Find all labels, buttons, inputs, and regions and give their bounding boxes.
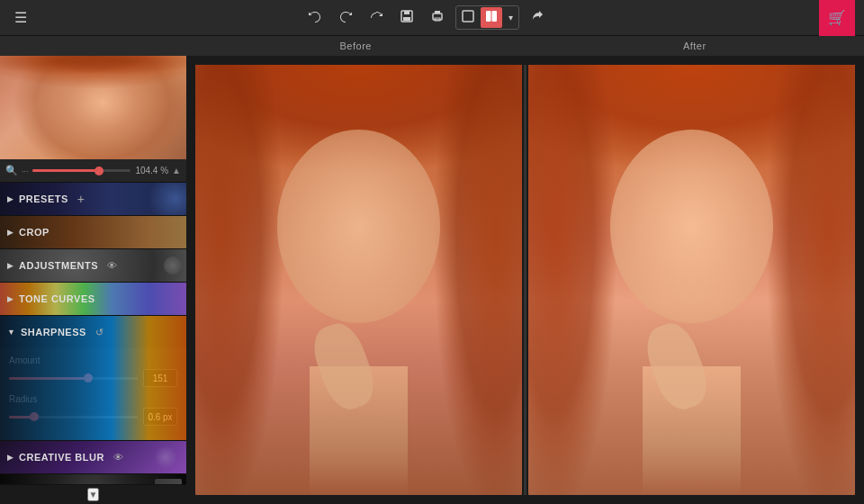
view-chevron-button[interactable]: ▾ — [504, 10, 518, 25]
adjustments-eye-icon: 👁 — [107, 260, 117, 271]
section-presets: ▶ PRESETS + — [0, 183, 186, 216]
main-content: 🔍 ··· 104.4 % ▲ ▶ PRESETS + — [0, 56, 864, 504]
zoom-collapse-button[interactable]: ▲ — [172, 166, 181, 176]
sharpness-header[interactable]: ▼ SHARPNESS ↺ — [0, 316, 186, 348]
panel-collapse-button[interactable]: ▼ — [87, 488, 100, 501]
creative-blur-eye-icon: 👁 — [113, 452, 123, 463]
crop-header[interactable]: ▶ CROP — [0, 216, 186, 248]
zoom-slider-thumb — [94, 166, 104, 176]
presets-header[interactable]: ▶ PRESETS + — [0, 183, 186, 215]
left-panel: 🔍 ··· 104.4 % ▲ ▶ PRESETS + — [0, 56, 186, 504]
undo-button[interactable] — [302, 5, 328, 31]
svg-rect-2 — [403, 17, 410, 21]
right-content — [186, 56, 864, 504]
tone-curves-header[interactable]: ▶ TONE CURVES — [0, 283, 186, 315]
section-vignetting: ▶ VIGNETTING 👁 — [0, 474, 186, 484]
preview-area — [0, 56, 186, 159]
panel-sections: ▶ PRESETS + ▶ CROP — [0, 183, 186, 484]
section-tone-curves: ▶ TONE CURVES — [0, 283, 186, 316]
before-portrait — [195, 65, 522, 495]
section-adjustments: ▶ ADJUSTMENTS 👁 — [0, 249, 186, 283]
share-button[interactable] — [525, 5, 550, 31]
cart-button[interactable]: 🛒 — [819, 0, 855, 36]
menu-button[interactable]: ☰ — [9, 5, 32, 30]
zoom-value: 104.4 % — [134, 166, 168, 176]
sharpness-chevron: ▼ — [7, 328, 15, 337]
after-image-panel — [528, 65, 855, 495]
svg-rect-7 — [486, 11, 491, 22]
toolbar-right: 🛒 — [819, 0, 855, 36]
adjustments-label: ADJUSTMENTS — [19, 260, 98, 271]
svg-rect-1 — [404, 11, 410, 14]
adjustments-header[interactable]: ▶ ADJUSTMENTS 👁 — [0, 249, 186, 282]
toolbar-left: ☰ — [9, 5, 32, 30]
svg-rect-6 — [463, 11, 473, 22]
zoom-dots-icon: ··· — [22, 166, 29, 176]
top-toolbar: ☰ ▾ 🛒 — [0, 0, 864, 36]
crop-label: CROP — [19, 227, 50, 238]
view-single-button[interactable] — [457, 7, 479, 28]
sharpness-reset-icon[interactable]: ↺ — [95, 327, 104, 338]
forward-button[interactable] — [364, 5, 389, 31]
after-portrait — [528, 65, 855, 495]
section-crop: ▶ CROP — [0, 216, 186, 249]
before-label: Before — [186, 36, 526, 56]
adjustments-chevron: ▶ — [7, 261, 14, 270]
zoom-slider[interactable] — [32, 169, 131, 172]
creative-blur-chevron: ▶ — [7, 453, 14, 462]
vignetting-header[interactable]: ▶ VIGNETTING 👁 — [0, 474, 186, 484]
zoom-out-icon: 🔍 — [5, 165, 18, 176]
svg-rect-8 — [491, 11, 497, 22]
zoom-slider-fill — [32, 169, 96, 172]
view-split-button[interactable] — [481, 7, 502, 28]
zoom-bar: 🔍 ··· 104.4 % ▲ — [0, 159, 186, 183]
tone-curves-label: TONE CURVES — [19, 293, 95, 304]
crop-chevron: ▶ — [7, 228, 14, 237]
panel-divider[interactable] — [524, 65, 526, 495]
before-after-bar: Before After — [0, 36, 864, 56]
tone-curves-chevron: ▶ — [7, 294, 14, 303]
redo-button[interactable] — [333, 5, 358, 31]
section-creative-blur: ▶ CREATIVE BLUR 👁 — [0, 441, 186, 474]
presets-chevron: ▶ — [7, 194, 14, 203]
ba-label-area: Before After — [186, 36, 864, 56]
creative-blur-header[interactable]: ▶ CREATIVE BLUR 👁 — [0, 441, 186, 473]
presets-add-icon: + — [77, 192, 85, 206]
toolbar-center: ▾ — [32, 5, 819, 31]
bottom-bar: ▼ — [0, 484, 186, 504]
section-sharpness: ▼ SHARPNESS ↺ Amount 151 — [0, 316, 186, 441]
save-button[interactable] — [394, 5, 419, 31]
before-image-panel — [195, 65, 522, 495]
presets-label: PRESETS — [19, 194, 68, 204]
print-button[interactable] — [425, 5, 450, 31]
creative-blur-label: CREATIVE BLUR — [19, 452, 104, 463]
view-toggle-group: ▾ — [455, 5, 519, 30]
svg-rect-4 — [435, 11, 440, 14]
sharpness-label: SHARPNESS — [21, 327, 86, 338]
after-label: After — [526, 36, 865, 56]
